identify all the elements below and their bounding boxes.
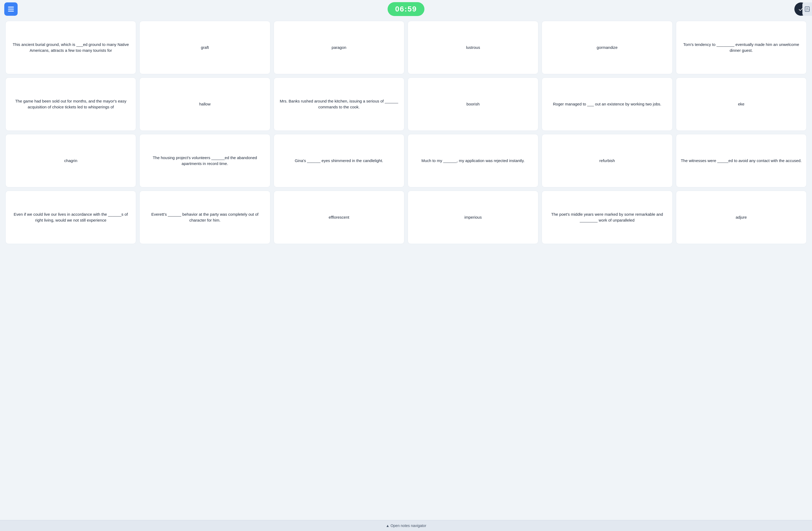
menu-button[interactable] — [4, 2, 18, 16]
card-2-2[interactable]: Gina's ______ eyes shimmered in the cand… — [274, 134, 404, 187]
svg-rect-2 — [8, 11, 14, 12]
card-0-1[interactable]: graft — [139, 21, 270, 74]
card-1-2[interactable]: Mrs. Banks rushed around the kitchen, is… — [274, 77, 404, 131]
card-0-3[interactable]: lustrous — [408, 21, 538, 74]
card-3-3[interactable]: imperious — [408, 191, 538, 244]
card-0-0[interactable]: This ancient burial ground, which is ___… — [5, 21, 136, 74]
card-3-4[interactable]: The poet's middle years were marked by s… — [541, 191, 672, 244]
card-3-5[interactable]: adjure — [676, 191, 807, 244]
grid-area: This ancient burial ground, which is ___… — [0, 18, 812, 520]
top-bar: 06:59 — [0, 0, 812, 18]
card-0-2[interactable]: paragon — [274, 21, 404, 74]
card-grid: This ancient burial ground, which is ___… — [5, 21, 807, 244]
notes-icon[interactable] — [802, 2, 812, 16]
card-0-4[interactable]: gormandize — [541, 21, 672, 74]
card-2-1[interactable]: The housing project's volunteers ______e… — [139, 134, 270, 187]
card-2-5[interactable]: The witnesses were _____ed to avoid any … — [676, 134, 807, 187]
card-1-0[interactable]: The game had been sold out for months, a… — [5, 77, 136, 131]
timer-display: 06:59 — [388, 2, 424, 16]
card-2-3[interactable]: Much to my ______, my application was re… — [408, 134, 538, 187]
card-0-5[interactable]: Tom's tendency to ________ eventually ma… — [676, 21, 807, 74]
card-2-4[interactable]: refurbish — [541, 134, 672, 187]
svg-rect-0 — [8, 7, 14, 8]
card-3-1[interactable]: Everett's ______ behavior at the party w… — [139, 191, 270, 244]
card-1-3[interactable]: boorish — [408, 77, 538, 131]
card-1-1[interactable]: hallow — [139, 77, 270, 131]
svg-rect-1 — [8, 9, 14, 10]
card-3-0[interactable]: Even if we could live our lives in accor… — [5, 191, 136, 244]
card-3-2[interactable]: efflorescent — [274, 191, 404, 244]
card-1-5[interactable]: eke — [676, 77, 807, 131]
card-1-4[interactable]: Roger managed to ___ out an existence by… — [541, 77, 672, 131]
open-notes-navigator[interactable]: ▲ Open notes navigator — [0, 520, 812, 531]
card-2-0[interactable]: chagrin — [5, 134, 136, 187]
